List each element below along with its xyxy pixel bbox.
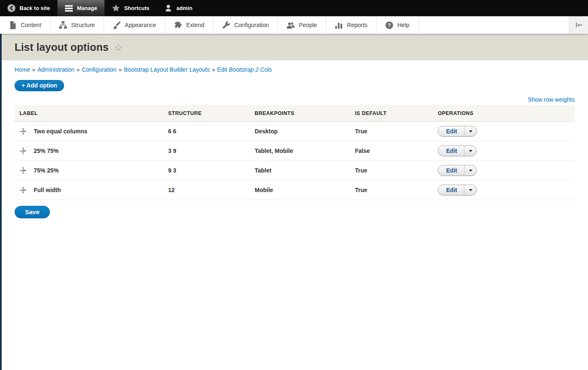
row-label: Two equal columns [34, 128, 87, 135]
edit-button[interactable]: Edit [438, 126, 464, 136]
wrench-icon [222, 21, 230, 29]
tab-people-label: People [299, 22, 317, 28]
breadcrumb-layout-name: Bootstrap 2 Cols [229, 66, 272, 73]
edit-button[interactable]: Edit [438, 165, 464, 175]
breadcrumb-separator: » [77, 66, 80, 73]
row-label: Full width [34, 187, 61, 193]
admin-toolbar: Back to site Manage Shortcuts admin [0, 0, 588, 16]
edit-dropdown-toggle[interactable] [464, 185, 476, 195]
breadcrumb: Home»Administration»Configuration»Bootst… [15, 66, 575, 73]
header-breakpoints: BREAKPOINTS [255, 110, 355, 116]
star-outline-icon[interactable]: ☆ [114, 43, 123, 52]
edit-button[interactable]: Edit [438, 146, 464, 156]
tab-appearance[interactable]: Appearance [104, 16, 166, 34]
question-icon: ? [385, 21, 393, 29]
edit-dropdown-toggle[interactable] [464, 146, 476, 156]
save-button[interactable]: Save [15, 206, 50, 218]
admin-menu-toolbar: Content Structure Appearance Extend Conf… [0, 16, 588, 34]
add-option-button[interactable]: + Add option [15, 80, 64, 91]
page-title: List layout options [15, 41, 109, 53]
back-arrow-icon [7, 4, 15, 12]
tab-configuration[interactable]: Configuration [213, 16, 278, 34]
edit-dropdown-toggle[interactable] [464, 126, 476, 136]
caret-down-icon [469, 189, 472, 191]
table-row: Full width 12 Mobile True Edit [15, 180, 575, 200]
manage-tab[interactable]: Manage [57, 0, 104, 16]
row-structure: 6 6 [168, 128, 255, 135]
back-to-site-button[interactable]: Back to site [0, 0, 57, 16]
sitemap-icon [59, 21, 67, 29]
row-breakpoints: Tablet [255, 167, 355, 174]
tab-content[interactable]: Content [0, 16, 50, 34]
edit-button[interactable]: Edit [438, 185, 464, 195]
operations-split-button: Edit [438, 126, 477, 137]
hamburger-icon [65, 4, 73, 12]
operations-split-button: Edit [438, 145, 477, 156]
collapse-left-icon [575, 22, 583, 28]
page-wrapper: List layout options ☆ Home»Administratio… [0, 34, 588, 370]
breadcrumb-separator: » [212, 66, 215, 73]
star-icon [112, 4, 120, 12]
breadcrumb-separator: » [32, 66, 35, 73]
puzzle-icon [174, 21, 182, 29]
row-label: 25% 75% [34, 148, 59, 154]
svg-text:?: ? [388, 22, 391, 28]
tab-appearance-label: Appearance [125, 22, 156, 28]
user-icon [164, 4, 172, 12]
shortcuts-tab[interactable]: Shortcuts [104, 0, 157, 16]
row-is-default: True [355, 187, 438, 193]
header-label: LABEL [15, 110, 168, 116]
header-structure: STRUCTURE [168, 110, 255, 116]
caret-down-icon [469, 150, 472, 152]
drag-handle-icon[interactable] [20, 187, 27, 194]
tab-extend[interactable]: Extend [165, 16, 213, 34]
row-is-default: True [355, 128, 438, 135]
row-breakpoints: Tablet, Mobile [255, 148, 355, 154]
table-row: 75% 25% 9 3 Tablet True Edit [15, 161, 575, 180]
edit-dropdown-toggle[interactable] [464, 165, 476, 175]
header-is-default: IS DEFAULT [355, 110, 438, 116]
row-structure: 9 3 [168, 167, 255, 174]
row-breakpoints: Mobile [255, 187, 355, 193]
bar-chart-icon [335, 21, 343, 29]
table-row: Two equal columns 6 6 Desktop True Edit [15, 122, 575, 141]
page-header: List layout options ☆ [2, 34, 588, 60]
admin-user-tab[interactable]: admin [157, 0, 200, 16]
tab-content-label: Content [21, 22, 41, 28]
row-weights-bar: Show row weights [15, 96, 575, 103]
tab-help[interactable]: ? Help [377, 16, 419, 34]
manage-label: Manage [77, 5, 97, 11]
main-content: Home»Administration»Configuration»Bootst… [2, 66, 588, 218]
paintbrush-icon [113, 21, 121, 29]
row-label: 75% 25% [34, 167, 59, 174]
row-structure: 12 [168, 187, 255, 193]
breadcrumb-home[interactable]: Home [15, 66, 30, 73]
toolbar-orientation-toggle[interactable] [569, 16, 588, 34]
tab-help-label: Help [397, 22, 409, 28]
table-row: 25% 75% 3 9 Tablet, Mobile False Edit [15, 141, 575, 161]
row-is-default: True [355, 167, 438, 174]
drag-handle-icon[interactable] [20, 148, 27, 155]
admin-user-label: admin [176, 5, 192, 11]
caret-down-icon [469, 170, 472, 172]
drag-handle-icon[interactable] [20, 128, 27, 135]
tab-people[interactable]: People [278, 16, 326, 34]
people-icon [287, 21, 295, 29]
show-row-weights-link[interactable]: Show row weights [528, 96, 575, 103]
row-breakpoints: Desktop [255, 128, 355, 135]
breadcrumb-blb-layouts[interactable]: Bootstrap Layout Builder Layouts [124, 66, 210, 73]
tab-reports[interactable]: Reports [326, 16, 377, 34]
file-icon [9, 21, 17, 29]
operations-split-button: Edit [438, 165, 477, 176]
breadcrumb-edit-current[interactable]: Edit Bootstrap 2 Cols [217, 66, 272, 73]
drag-handle-icon[interactable] [20, 167, 27, 174]
table-header-row: LABEL STRUCTURE BREAKPOINTS IS DEFAULT O… [15, 105, 575, 122]
tab-structure-label: Structure [71, 22, 95, 28]
tab-extend-label: Extend [186, 22, 204, 28]
breadcrumb-configuration[interactable]: Configuration [82, 66, 117, 73]
toolbar-spacer [419, 16, 569, 34]
caret-down-icon [469, 130, 472, 132]
tab-configuration-label: Configuration [234, 22, 269, 28]
tab-structure[interactable]: Structure [50, 16, 104, 34]
breadcrumb-administration[interactable]: Administration [37, 66, 74, 73]
